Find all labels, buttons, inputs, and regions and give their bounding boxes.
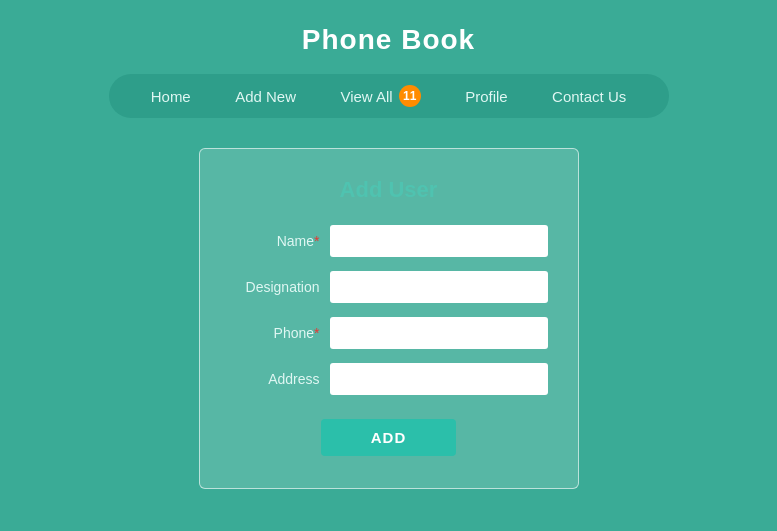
address-row: Address [230,363,548,395]
sidebar-item-view-all[interactable]: View All 11 [324,77,436,115]
phone-input[interactable] [330,317,548,349]
designation-row: Designation [230,271,548,303]
nav-label-contact-us: Contact Us [552,88,626,105]
address-input[interactable] [330,363,548,395]
name-input[interactable] [330,225,548,257]
sidebar-item-home[interactable]: Home [135,80,207,113]
nav-label-add-new: Add New [235,88,296,105]
designation-label: Designation [230,279,320,295]
sidebar-item-contact-us[interactable]: Contact Us [536,80,642,113]
nav-label-home: Home [151,88,191,105]
sidebar-item-add-new[interactable]: Add New [219,80,312,113]
name-required-star: * [314,233,319,249]
add-button[interactable]: ADD [321,419,457,456]
name-label: Name* [230,233,320,249]
designation-input[interactable] [330,271,548,303]
form-title: Add User [340,177,438,203]
navbar: Home Add New View All 11 Profile Contact… [109,74,669,118]
address-label: Address [230,371,320,387]
phone-label: Phone* [230,325,320,341]
phone-required-star: * [314,325,319,341]
nav-label-profile: Profile [465,88,508,105]
view-all-badge: 11 [399,85,421,107]
nav-label-view-all: View All [340,88,392,105]
add-user-form-card: Add User Name* Designation Phone* Addres… [199,148,579,489]
name-row: Name* [230,225,548,257]
phone-row: Phone* [230,317,548,349]
sidebar-item-profile[interactable]: Profile [449,80,524,113]
app-title: Phone Book [302,24,475,56]
